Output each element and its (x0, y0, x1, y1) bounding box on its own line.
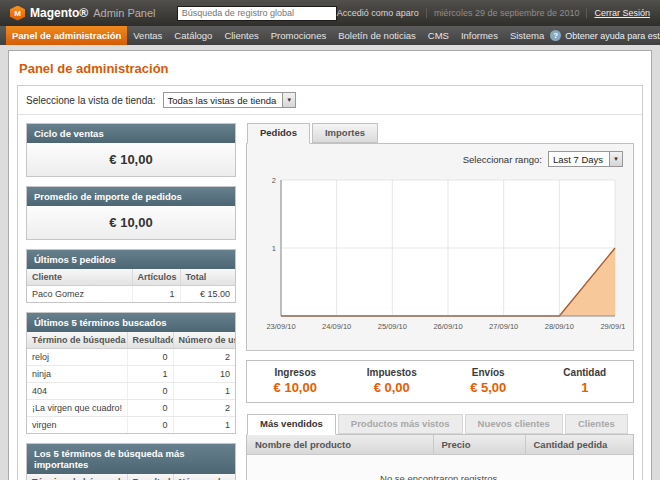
uses-cell: 1 (173, 383, 235, 400)
svg-text:26/09/10: 26/09/10 (433, 322, 462, 331)
help-label: Obtener ayuda para esta página (565, 31, 660, 41)
term-cell: ¡La virgen que cuadro! (27, 400, 127, 417)
nav-item-clientes[interactable]: Clientes (218, 26, 264, 45)
current-date: miércoles 29 de septiembre de 2010 (434, 8, 580, 18)
results-cell: 1 (127, 366, 173, 383)
results-cell: 0 (127, 400, 173, 417)
tab-importes[interactable]: Importes (312, 123, 378, 143)
total-label: Ingresos (247, 367, 344, 378)
svg-text:27/09/10: 27/09/10 (489, 322, 518, 331)
table-row[interactable]: ninja 1 10 (27, 366, 235, 383)
uses-cell: 2 (173, 349, 235, 366)
total-label: Envíos (440, 367, 537, 378)
empty-row: No se encontraron registros. (247, 455, 633, 480)
nav-item-cms[interactable]: CMS (422, 26, 455, 45)
dashboard-grid: Ciclo de ventas € 10,00 Promedio de impo… (18, 115, 642, 480)
average-orders-box: Promedio de importe de pedidos € 10,00 (26, 186, 236, 240)
svg-text:1: 1 (272, 244, 276, 253)
nav-item-informes[interactable]: Informes (455, 26, 504, 45)
results-cell: 0 (127, 349, 173, 366)
logo: M Magento® Admin Panel (10, 6, 177, 21)
top-search-table: Término de búsqueda Resultados Número de… (27, 474, 235, 480)
content-wrapper: Panel de administración Seleccione la vi… (8, 50, 652, 480)
brand-title: Magento® (30, 6, 88, 20)
tab-productos-mas-vistos: Productos más vistos (338, 414, 463, 434)
nav-item-catalogo[interactable]: Catálogo (168, 26, 218, 45)
tab-nuevos-clientes: Nuevos clientes (465, 414, 563, 434)
svg-text:29/09/10: 29/09/10 (600, 322, 625, 331)
nav-item-sistema[interactable]: Sistema (504, 26, 550, 45)
svg-text:25/09/10: 25/09/10 (378, 322, 407, 331)
top-search-terms-box: Los 5 términos de búsqueda más important… (26, 443, 236, 480)
column-header: Cantidad pedida (525, 435, 633, 455)
column-header: Resultados (127, 474, 173, 480)
store-view-value: Todas las vistas de tienda (164, 95, 283, 106)
divider (426, 8, 427, 18)
column-header: Precio (433, 435, 525, 455)
total-value: € 5,00 (440, 380, 537, 395)
magento-admin-app: M Magento® Admin Panel Accedió como apar… (0, 0, 660, 480)
svg-text:23/09/10: 23/09/10 (266, 322, 295, 331)
table-header-row: Término de búsqueda Resultados Número de… (27, 474, 235, 480)
uses-cell: 10 (173, 366, 235, 383)
store-view-select[interactable]: Todas las vistas de tienda ▼ (163, 92, 297, 108)
lifetime-sales-box: Ciclo de ventas € 10,00 (26, 123, 236, 177)
table-header-row: Nombre del producto Precio Cantidad pedi… (247, 435, 633, 455)
last-search-terms-box: Últimos 5 términos buscados Término de b… (26, 312, 236, 434)
total-value: € 10,00 (247, 380, 344, 395)
items-cell: 1 (132, 286, 180, 303)
global-search (177, 6, 337, 21)
help-icon: ? (550, 30, 561, 41)
orders-area-chart: 23/09/1024/09/1025/09/1026/09/1027/09/10… (255, 172, 625, 342)
total-envios: Envíos € 5,00 (440, 361, 537, 402)
logged-in-as: Accedió como aparo (337, 8, 419, 18)
global-search-input[interactable] (177, 6, 337, 21)
products-table-box: Nombre del producto Precio Cantidad pedi… (246, 434, 634, 480)
last-orders-box: Últimos 5 pedidos Cliente Artículos Tota… (26, 249, 236, 303)
tab-mas-vendidos[interactable]: Más vendidos (247, 414, 336, 435)
empty-message: No se encontraron registros. (247, 455, 633, 480)
total-ingresos: Ingresos € 10,00 (247, 361, 344, 402)
table-row[interactable]: reloj 0 2 (27, 349, 235, 366)
nav-item-ventas[interactable]: Ventas (127, 26, 168, 45)
table-row[interactable]: virgen 0 1 (27, 417, 235, 434)
page-content: Panel de administración Seleccione la vi… (0, 45, 660, 480)
logout-link[interactable]: Cerrar Sesión (594, 8, 650, 18)
page-title: Panel de administración (19, 61, 643, 76)
nav-item-dashboard[interactable]: Panel de administración (6, 26, 127, 45)
range-bar: Seleccionar rango: Last 7 Days ▼ (247, 144, 633, 170)
table-row[interactable]: 404 0 1 (27, 383, 235, 400)
table-row[interactable]: ¡La virgen que cuadro! 0 2 (27, 400, 235, 417)
range-value: Last 7 Days (549, 154, 609, 165)
range-label: Seleccionar rango: (463, 154, 542, 165)
tab-pedidos[interactable]: Pedidos (247, 123, 310, 144)
header: M Magento® Admin Panel Accedió como apar… (0, 0, 660, 26)
customer-cell: Paco Gomez (27, 286, 132, 303)
dashboard-left-column: Ciclo de ventas € 10,00 Promedio de impo… (26, 123, 236, 480)
last-orders-table: Cliente Artículos Total Paco Gomez 1 (27, 269, 235, 302)
nav-item-promociones[interactable]: Promociones (265, 26, 332, 45)
column-header: Número de usos (173, 474, 235, 480)
nav-item-boletin[interactable]: Boletín de noticias (332, 26, 422, 45)
uses-cell: 2 (173, 400, 235, 417)
column-header: Término de búsqueda (27, 474, 127, 480)
results-cell: 0 (127, 417, 173, 434)
svg-text:28/09/10: 28/09/10 (545, 322, 574, 331)
box-title: Los 5 términos de búsqueda más important… (27, 444, 235, 474)
total-value: 1 (537, 380, 634, 395)
svg-text:2: 2 (272, 176, 276, 185)
tab-clientes: Clientes (565, 414, 628, 434)
total-value: € 0,00 (344, 380, 441, 395)
box-title: Últimos 5 términos buscados (27, 313, 235, 332)
range-select[interactable]: Last 7 Days ▼ (548, 151, 623, 167)
column-header: Cliente (27, 269, 132, 286)
column-header: Término de búsqueda (27, 332, 127, 349)
table-header-row: Término de búsqueda Resultados Número de… (27, 332, 235, 349)
products-tabs: Más vendidos Productos más vistos Nuevos… (247, 414, 634, 434)
divider (586, 8, 587, 18)
box-title: Últimos 5 pedidos (27, 250, 235, 269)
page-help-link[interactable]: ? Obtener ayuda para esta página (550, 26, 660, 45)
column-header: Total (180, 269, 235, 286)
store-view-label: Seleccione la vista de tienda: (26, 95, 156, 106)
table-row[interactable]: Paco Gomez 1 € 15.00 (27, 286, 235, 303)
